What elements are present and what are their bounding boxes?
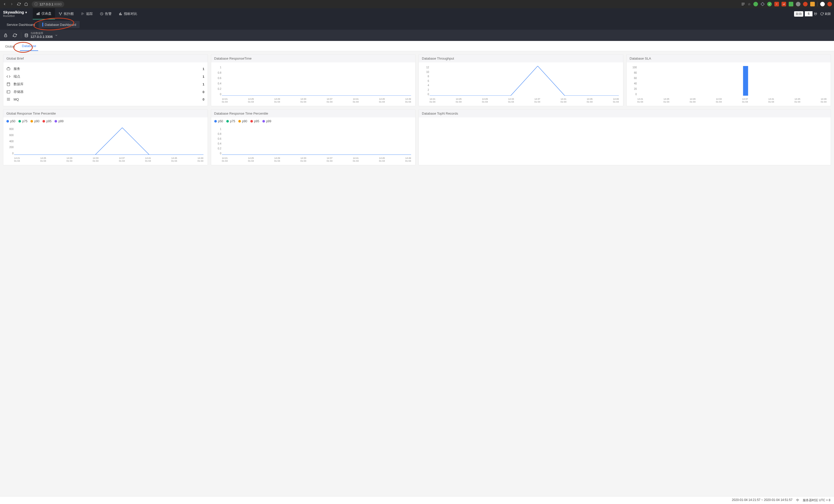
- storage-icon: [6, 90, 11, 94]
- star-icon[interactable]: ☆: [748, 2, 751, 6]
- legend-label: p99: [266, 119, 271, 123]
- tab-label: Database Dashboard: [45, 23, 76, 27]
- dashboard-subnav: Service Dashboard Database Dashboard: [0, 19, 834, 30]
- legend-item[interactable]: p50: [214, 119, 223, 123]
- nav-topology[interactable]: 拓扑图: [55, 8, 77, 19]
- legend-item[interactable]: p75: [18, 119, 27, 123]
- legend-label: p50: [218, 119, 223, 123]
- legend-dot-icon: [6, 120, 9, 122]
- panel-title: Global Response Time Percentile: [3, 110, 207, 117]
- content-grid: Global Brief 服务1端点1数据库1存储器0MQ0 Database …: [0, 51, 834, 168]
- legend-item[interactable]: p99: [262, 119, 271, 123]
- nav-alarm[interactable]: 告警: [96, 8, 115, 19]
- browser-chrome: i 127.0.0.1:8080 ☆ ✓ 7 off: [0, 0, 834, 8]
- database-selector[interactable]: 当前数据库 127.0.0.1:3306: [24, 32, 58, 39]
- ext-icon[interactable]: 7: [774, 2, 779, 6]
- legend-dot-icon: [250, 120, 253, 122]
- logo-text: Skywalking: [3, 10, 28, 15]
- chart-response-time: 10.80.60.40.2014:2101-0414:2501-0414:290…: [214, 65, 412, 104]
- brief-label: 存储器: [14, 90, 202, 94]
- legend-dot-icon: [226, 120, 229, 122]
- chart-db-percentile: 10.80.60.40.2014:2101-0414:2501-0414:290…: [214, 127, 412, 162]
- auto-button[interactable]: 自动: [794, 11, 803, 17]
- lock-button[interactable]: [3, 32, 9, 38]
- nav-dashboard[interactable]: 仪表盘: [33, 8, 55, 19]
- tab-service-dashboard[interactable]: Service Dashboard: [3, 21, 39, 28]
- nav-label: 告警: [105, 12, 112, 16]
- brief-value: 1: [202, 75, 204, 78]
- toolbar: 当前数据库 127.0.0.1:3306: [0, 30, 834, 41]
- panel-title: Global Brief: [3, 54, 207, 63]
- legend-item[interactable]: p95: [43, 119, 51, 123]
- panel-throughput: Database Throughput 12108642014:2101-041…: [419, 54, 623, 106]
- svg-rect-5: [38, 13, 38, 15]
- interval-input[interactable]: [805, 11, 812, 16]
- panel-topn: Database TopN Records: [419, 109, 831, 165]
- top-nav: Skywalking Rocketbot 仪表盘 拓扑图 追踪 告警 指标对比 …: [0, 8, 834, 19]
- panel-title: Database TopN Records: [419, 110, 831, 117]
- chart-global-percentile: 800600400200014:2101-0414:2501-0414:2901…: [6, 127, 204, 162]
- endpoint-icon: [6, 74, 11, 78]
- brief-row: 端点1: [6, 73, 204, 80]
- chart-sla: 10080604020014:2101-0414:2501-0414:2901-…: [630, 65, 828, 104]
- nav-trace[interactable]: 追踪: [77, 8, 96, 19]
- legend-item[interactable]: p90: [238, 119, 247, 123]
- sub-tabs: Global Database: [0, 41, 834, 51]
- back-button[interactable]: [2, 2, 7, 7]
- nav-label: 拓扑图: [64, 12, 74, 16]
- logo-subtitle: Rocketbot: [3, 15, 28, 17]
- nav-metrics[interactable]: 指标对比: [115, 8, 141, 19]
- service-icon: [6, 67, 11, 71]
- ext-icon[interactable]: [789, 2, 793, 6]
- alarm-icon: [100, 12, 104, 16]
- logo: Skywalking Rocketbot: [3, 10, 28, 17]
- db-select-value: 127.0.0.1:3306: [30, 35, 53, 39]
- ext-icon[interactable]: [796, 2, 800, 6]
- reload-button[interactable]: [16, 2, 22, 7]
- legend-dot-icon: [18, 120, 21, 122]
- ext-icon[interactable]: [810, 2, 815, 6]
- ext-icon[interactable]: ✓: [767, 2, 772, 6]
- svg-rect-23: [743, 66, 748, 96]
- chevron-down-icon: [55, 34, 58, 37]
- forward-button[interactable]: [9, 2, 14, 7]
- legend-item[interactable]: p50: [6, 119, 15, 123]
- brief-label: 服务: [14, 67, 202, 71]
- dashboard-icon: [36, 12, 40, 15]
- divider: [21, 32, 21, 38]
- refresh-label: 刷新: [825, 12, 831, 16]
- svg-rect-6: [39, 12, 39, 15]
- legend-item[interactable]: p90: [30, 119, 39, 123]
- brief-label: MQ: [14, 97, 202, 101]
- brief-row: 数据库1: [6, 80, 204, 88]
- address-bar[interactable]: i 127.0.0.1:8080: [32, 1, 64, 7]
- ext-icon[interactable]: [803, 2, 808, 6]
- legend-label: p75: [230, 119, 235, 123]
- subtab-global[interactable]: Global: [3, 42, 17, 51]
- refresh-button[interactable]: 刷新: [820, 12, 831, 16]
- sec-label: 秒: [814, 12, 817, 16]
- tab-database-dashboard[interactable]: Database Dashboard: [39, 21, 80, 28]
- panel-response-time: Database ResponseTime 10.80.60.40.2014:2…: [211, 54, 416, 106]
- ext-icon[interactable]: [827, 2, 832, 6]
- svg-marker-3: [761, 2, 764, 6]
- legend-label: p95: [46, 119, 51, 123]
- panel-db-percentile: Database Response Time Percentile p50p75…: [211, 109, 416, 165]
- svg-rect-18: [7, 91, 10, 93]
- brief-value: 0: [202, 90, 204, 94]
- home-button[interactable]: [24, 2, 29, 7]
- svg-point-15: [25, 33, 28, 35]
- ext-icon[interactable]: [753, 2, 758, 6]
- ext-icon[interactable]: off: [782, 2, 786, 6]
- legend-label: p90: [242, 119, 247, 123]
- legend-dot-icon: [262, 120, 265, 122]
- nav-label: 指标对比: [124, 12, 137, 16]
- avatar-icon[interactable]: [820, 2, 825, 6]
- reload-button[interactable]: [12, 32, 18, 38]
- legend-item[interactable]: p75: [226, 119, 235, 123]
- legend-item[interactable]: p95: [250, 119, 259, 123]
- diamond-icon[interactable]: [761, 2, 765, 6]
- reader-icon[interactable]: [741, 2, 745, 6]
- subtab-database[interactable]: Database: [20, 42, 38, 51]
- legend-item[interactable]: p99: [54, 119, 64, 123]
